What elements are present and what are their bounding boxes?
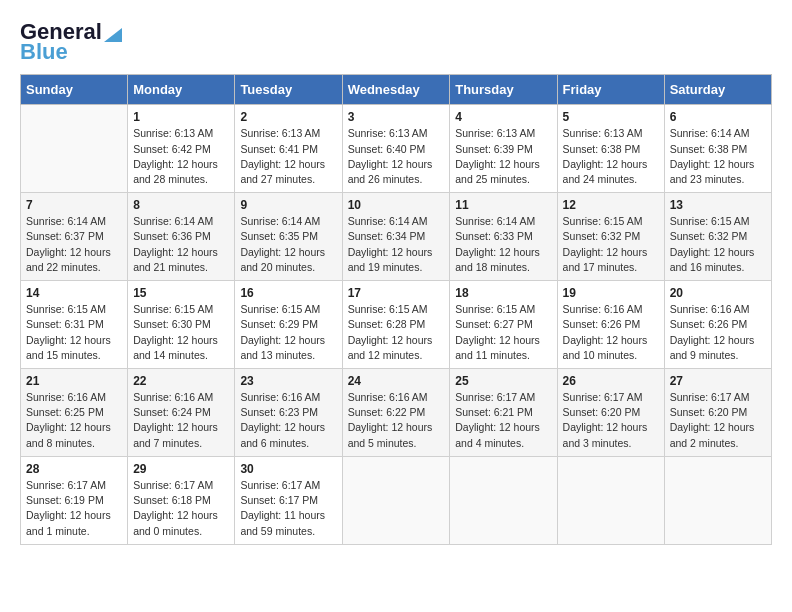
col-header-saturday: Saturday <box>664 75 771 105</box>
day-info: Sunrise: 6:16 AM Sunset: 6:26 PM Dayligh… <box>563 302 659 363</box>
day-number: 29 <box>133 462 229 476</box>
calendar-cell: 22Sunrise: 6:16 AM Sunset: 6:24 PM Dayli… <box>128 369 235 457</box>
calendar-cell: 14Sunrise: 6:15 AM Sunset: 6:31 PM Dayli… <box>21 281 128 369</box>
calendar-cell: 29Sunrise: 6:17 AM Sunset: 6:18 PM Dayli… <box>128 456 235 544</box>
day-number: 5 <box>563 110 659 124</box>
calendar-cell: 21Sunrise: 6:16 AM Sunset: 6:25 PM Dayli… <box>21 369 128 457</box>
calendar-cell: 19Sunrise: 6:16 AM Sunset: 6:26 PM Dayli… <box>557 281 664 369</box>
day-number: 8 <box>133 198 229 212</box>
day-number: 11 <box>455 198 551 212</box>
page-header: General Blue <box>20 20 772 64</box>
day-info: Sunrise: 6:16 AM Sunset: 6:26 PM Dayligh… <box>670 302 766 363</box>
day-info: Sunrise: 6:15 AM Sunset: 6:32 PM Dayligh… <box>670 214 766 275</box>
week-row-4: 21Sunrise: 6:16 AM Sunset: 6:25 PM Dayli… <box>21 369 772 457</box>
col-header-friday: Friday <box>557 75 664 105</box>
day-number: 26 <box>563 374 659 388</box>
calendar-cell: 5Sunrise: 6:13 AM Sunset: 6:38 PM Daylig… <box>557 105 664 193</box>
day-number: 12 <box>563 198 659 212</box>
svg-marker-0 <box>104 28 122 42</box>
day-info: Sunrise: 6:13 AM Sunset: 6:40 PM Dayligh… <box>348 126 445 187</box>
calendar-cell: 15Sunrise: 6:15 AM Sunset: 6:30 PM Dayli… <box>128 281 235 369</box>
day-number: 27 <box>670 374 766 388</box>
day-info: Sunrise: 6:15 AM Sunset: 6:29 PM Dayligh… <box>240 302 336 363</box>
calendar-cell: 2Sunrise: 6:13 AM Sunset: 6:41 PM Daylig… <box>235 105 342 193</box>
calendar-cell: 13Sunrise: 6:15 AM Sunset: 6:32 PM Dayli… <box>664 193 771 281</box>
day-number: 13 <box>670 198 766 212</box>
calendar-cell: 20Sunrise: 6:16 AM Sunset: 6:26 PM Dayli… <box>664 281 771 369</box>
day-info: Sunrise: 6:16 AM Sunset: 6:23 PM Dayligh… <box>240 390 336 451</box>
day-info: Sunrise: 6:15 AM Sunset: 6:32 PM Dayligh… <box>563 214 659 275</box>
day-number: 7 <box>26 198 122 212</box>
calendar-cell: 6Sunrise: 6:14 AM Sunset: 6:38 PM Daylig… <box>664 105 771 193</box>
calendar-cell: 16Sunrise: 6:15 AM Sunset: 6:29 PM Dayli… <box>235 281 342 369</box>
calendar-cell: 26Sunrise: 6:17 AM Sunset: 6:20 PM Dayli… <box>557 369 664 457</box>
day-info: Sunrise: 6:17 AM Sunset: 6:21 PM Dayligh… <box>455 390 551 451</box>
day-info: Sunrise: 6:13 AM Sunset: 6:42 PM Dayligh… <box>133 126 229 187</box>
calendar-cell <box>342 456 450 544</box>
day-number: 21 <box>26 374 122 388</box>
day-info: Sunrise: 6:15 AM Sunset: 6:27 PM Dayligh… <box>455 302 551 363</box>
day-number: 25 <box>455 374 551 388</box>
day-info: Sunrise: 6:16 AM Sunset: 6:24 PM Dayligh… <box>133 390 229 451</box>
calendar-cell <box>450 456 557 544</box>
week-row-1: 1Sunrise: 6:13 AM Sunset: 6:42 PM Daylig… <box>21 105 772 193</box>
calendar-cell: 25Sunrise: 6:17 AM Sunset: 6:21 PM Dayli… <box>450 369 557 457</box>
day-number: 14 <box>26 286 122 300</box>
logo: General Blue <box>20 20 122 64</box>
calendar-cell: 9Sunrise: 6:14 AM Sunset: 6:35 PM Daylig… <box>235 193 342 281</box>
calendar-cell: 23Sunrise: 6:16 AM Sunset: 6:23 PM Dayli… <box>235 369 342 457</box>
calendar-cell: 18Sunrise: 6:15 AM Sunset: 6:27 PM Dayli… <box>450 281 557 369</box>
week-row-5: 28Sunrise: 6:17 AM Sunset: 6:19 PM Dayli… <box>21 456 772 544</box>
day-info: Sunrise: 6:17 AM Sunset: 6:20 PM Dayligh… <box>670 390 766 451</box>
day-info: Sunrise: 6:15 AM Sunset: 6:30 PM Dayligh… <box>133 302 229 363</box>
calendar-cell: 8Sunrise: 6:14 AM Sunset: 6:36 PM Daylig… <box>128 193 235 281</box>
day-number: 19 <box>563 286 659 300</box>
week-row-2: 7Sunrise: 6:14 AM Sunset: 6:37 PM Daylig… <box>21 193 772 281</box>
col-header-monday: Monday <box>128 75 235 105</box>
logo-bird-icon <box>104 20 122 42</box>
logo-text-blue: Blue <box>20 40 68 64</box>
calendar-cell: 10Sunrise: 6:14 AM Sunset: 6:34 PM Dayli… <box>342 193 450 281</box>
day-number: 22 <box>133 374 229 388</box>
calendar-cell: 4Sunrise: 6:13 AM Sunset: 6:39 PM Daylig… <box>450 105 557 193</box>
col-header-tuesday: Tuesday <box>235 75 342 105</box>
calendar-header-row: SundayMondayTuesdayWednesdayThursdayFrid… <box>21 75 772 105</box>
day-info: Sunrise: 6:16 AM Sunset: 6:25 PM Dayligh… <box>26 390 122 451</box>
day-number: 6 <box>670 110 766 124</box>
day-number: 15 <box>133 286 229 300</box>
calendar-cell: 3Sunrise: 6:13 AM Sunset: 6:40 PM Daylig… <box>342 105 450 193</box>
day-info: Sunrise: 6:14 AM Sunset: 6:38 PM Dayligh… <box>670 126 766 187</box>
day-info: Sunrise: 6:15 AM Sunset: 6:28 PM Dayligh… <box>348 302 445 363</box>
day-info: Sunrise: 6:13 AM Sunset: 6:39 PM Dayligh… <box>455 126 551 187</box>
day-info: Sunrise: 6:17 AM Sunset: 6:18 PM Dayligh… <box>133 478 229 539</box>
calendar-cell <box>664 456 771 544</box>
day-info: Sunrise: 6:14 AM Sunset: 6:33 PM Dayligh… <box>455 214 551 275</box>
calendar-cell <box>557 456 664 544</box>
day-number: 18 <box>455 286 551 300</box>
calendar-cell: 12Sunrise: 6:15 AM Sunset: 6:32 PM Dayli… <box>557 193 664 281</box>
calendar-cell: 30Sunrise: 6:17 AM Sunset: 6:17 PM Dayli… <box>235 456 342 544</box>
calendar-table: SundayMondayTuesdayWednesdayThursdayFrid… <box>20 74 772 544</box>
calendar-cell: 27Sunrise: 6:17 AM Sunset: 6:20 PM Dayli… <box>664 369 771 457</box>
day-number: 2 <box>240 110 336 124</box>
day-number: 30 <box>240 462 336 476</box>
calendar-cell: 1Sunrise: 6:13 AM Sunset: 6:42 PM Daylig… <box>128 105 235 193</box>
day-number: 16 <box>240 286 336 300</box>
day-number: 1 <box>133 110 229 124</box>
col-header-sunday: Sunday <box>21 75 128 105</box>
day-number: 28 <box>26 462 122 476</box>
day-info: Sunrise: 6:17 AM Sunset: 6:19 PM Dayligh… <box>26 478 122 539</box>
calendar-cell: 17Sunrise: 6:15 AM Sunset: 6:28 PM Dayli… <box>342 281 450 369</box>
day-info: Sunrise: 6:13 AM Sunset: 6:41 PM Dayligh… <box>240 126 336 187</box>
col-header-wednesday: Wednesday <box>342 75 450 105</box>
calendar-cell: 24Sunrise: 6:16 AM Sunset: 6:22 PM Dayli… <box>342 369 450 457</box>
day-number: 3 <box>348 110 445 124</box>
calendar-cell: 28Sunrise: 6:17 AM Sunset: 6:19 PM Dayli… <box>21 456 128 544</box>
day-info: Sunrise: 6:17 AM Sunset: 6:17 PM Dayligh… <box>240 478 336 539</box>
day-info: Sunrise: 6:16 AM Sunset: 6:22 PM Dayligh… <box>348 390 445 451</box>
day-number: 24 <box>348 374 445 388</box>
day-number: 20 <box>670 286 766 300</box>
calendar-cell: 11Sunrise: 6:14 AM Sunset: 6:33 PM Dayli… <box>450 193 557 281</box>
calendar-cell: 7Sunrise: 6:14 AM Sunset: 6:37 PM Daylig… <box>21 193 128 281</box>
day-info: Sunrise: 6:17 AM Sunset: 6:20 PM Dayligh… <box>563 390 659 451</box>
